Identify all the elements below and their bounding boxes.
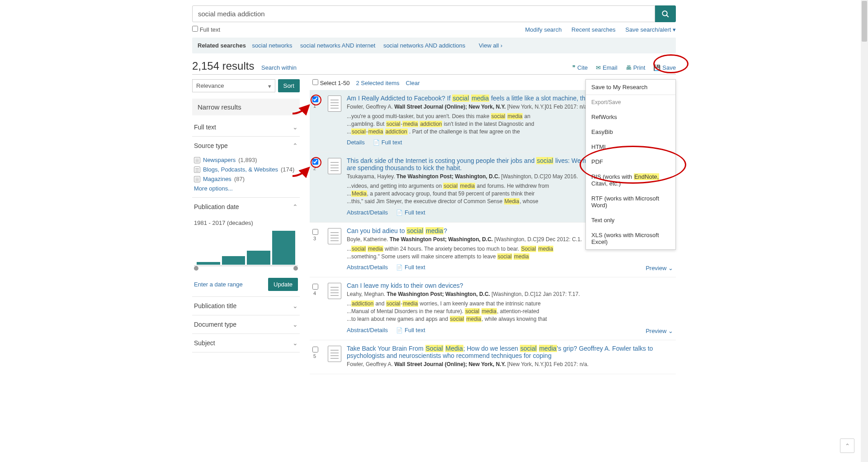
pubdate-range-label: 1981 - 2017 (decades) [194,219,298,226]
result-link[interactable]: Abstract/Details [347,209,388,216]
related-link[interactable]: social networks [252,42,292,49]
result-checkbox[interactable] [312,96,318,102]
print-icon: 🖶 [626,64,632,71]
document-icon [328,228,341,244]
facet-sourcetype[interactable]: Source type⌃ [192,137,300,155]
doc-icon [194,157,200,163]
related-link[interactable]: social networks AND internet [300,42,375,49]
scrollbar-thumb[interactable] [862,1,867,42]
dd-html[interactable]: HTML [586,139,675,154]
source-newspapers[interactable]: Newspapers [203,157,236,163]
fulltext-checkbox[interactable] [192,26,198,32]
fulltext-checkbox-label[interactable]: Full text [192,26,220,33]
result-item: 4Can I leave my kids to their own device… [310,277,676,340]
document-icon [328,158,341,174]
dd-xls[interactable]: XLS (works with Microsoft Excel) [586,228,675,249]
facet-fulltext[interactable]: Full text⌄ [192,118,300,136]
result-number: 3 [313,236,316,241]
facet-subject[interactable]: Subject⌄ [192,334,300,352]
enter-date-range-link[interactable]: Enter a date range [194,281,243,288]
email-icon: ✉ [596,64,601,71]
dd-rtf[interactable]: RTF (works with Microsoft Word) [586,191,675,213]
slider-handle-left[interactable] [194,266,198,271]
dd-refworks[interactable]: RefWorks [586,110,675,124]
document-icon [328,346,341,362]
preview-link[interactable]: Preview ⌄ [646,265,673,271]
pubdate-barchart[interactable] [194,230,298,266]
result-title[interactable]: Can I leave my kids to their own devices… [347,282,463,289]
sort-select[interactable]: Relevance [192,79,275,92]
bar [272,231,296,265]
related-link[interactable]: social networks AND addictions [383,42,465,49]
search-button[interactable] [655,5,676,22]
save-action[interactable]: 💾Save [653,64,676,71]
related-viewall-link[interactable]: View all › [479,42,503,49]
save-search-alert-link[interactable]: Save search/alert ▾ [625,26,676,33]
chevron-down-icon: ⌄ [292,339,298,347]
source-blogs[interactable]: Blogs, Podcasts, & Websites [203,166,278,173]
result-link[interactable]: Full text [396,327,425,333]
dd-pdf[interactable]: PDF [586,154,675,169]
bar [197,262,220,265]
source-magazines[interactable]: Magazines [203,176,231,182]
facet-doctype[interactable]: Document type⌄ [192,315,300,333]
dd-ris[interactable]: RIS (works with EndNote, Citavi, etc.) [586,169,675,191]
dd-save-my-research[interactable]: Save to My Research [586,80,675,95]
document-icon [328,283,341,299]
doc-icon [194,167,200,173]
result-item: 5Take Back Your Brain From Social Media;… [310,340,676,374]
results-count: 2,154 results [192,60,254,72]
scrollbar[interactable] [861,0,868,374]
result-number: 5 [313,353,316,359]
update-button[interactable]: Update [268,278,298,291]
search-input[interactable] [192,5,655,22]
more-options-link[interactable]: More options... [194,185,233,192]
print-action[interactable]: 🖶Print [626,64,646,71]
preview-link[interactable]: Preview ⌄ [646,328,673,334]
document-icon [328,95,341,112]
search-within-link[interactable]: Search within [261,64,297,71]
result-title[interactable]: Can you bid adieu to social media? [347,227,447,234]
quote-icon: ❞ [572,64,576,71]
result-checkbox[interactable] [312,284,318,290]
result-checkbox[interactable] [312,159,318,165]
sort-button[interactable]: Sort [278,79,300,92]
search-icon [661,10,670,18]
chevron-down-icon: ⌄ [292,302,298,310]
select-all-label[interactable]: Select 1-50 [312,79,349,86]
result-link[interactable]: Abstract/Details [347,264,388,271]
result-title[interactable]: Take Back Your Brain From Social Media; … [347,345,653,359]
result-checkbox[interactable] [312,229,318,235]
result-checkbox[interactable] [312,347,318,352]
facet-pubtitle[interactable]: Publication title⌄ [192,297,300,315]
svg-line-1 [666,15,669,17]
chevron-down-icon: ⌄ [292,321,298,328]
narrow-results-header: Narrow results [192,99,300,115]
dd-text[interactable]: Text only [586,213,675,228]
email-action[interactable]: ✉Email [596,64,618,71]
result-link[interactable]: Abstract/Details [347,327,388,333]
result-meta: Fowler, Geoffrey A. Wall Street Journal … [347,361,673,367]
result-link[interactable]: Full text [396,264,425,271]
select-all-checkbox[interactable] [312,79,318,85]
cite-action[interactable]: ❞Cite [572,64,588,71]
bar [247,251,270,265]
slider-handle-right[interactable] [293,266,298,271]
save-icon: 💾 [653,64,660,71]
doc-icon [194,176,200,182]
dd-easybib[interactable]: EasyBib [586,124,675,139]
chevron-up-icon: ⌃ [292,142,298,149]
result-snippet: ...addiction and social-media worries, I… [347,300,673,323]
related-searches-bar: Related searches social networks social … [192,38,676,53]
modify-search-link[interactable]: Modify search [525,26,561,33]
clear-selection-link[interactable]: Clear [406,80,420,86]
facet-pubdate[interactable]: Publication date⌃ [192,198,300,216]
save-export-dropdown: Save to My Research Export/Save RefWorks… [585,79,676,250]
result-meta: Leahy, Meghan. The Washington Post; Wash… [347,291,673,297]
recent-searches-link[interactable]: Recent searches [571,26,616,33]
result-link[interactable]: Full text [373,139,402,146]
result-link[interactable]: Details [347,139,365,146]
selected-items-link[interactable]: 2 Selected items [356,80,399,86]
result-link[interactable]: Full text [396,209,425,216]
chevron-down-icon: ⌄ [292,124,298,131]
